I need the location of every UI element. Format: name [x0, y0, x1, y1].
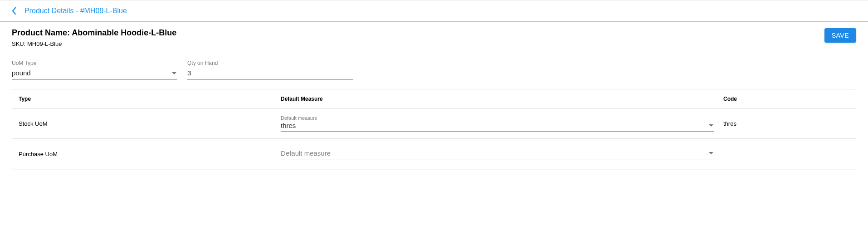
back-icon[interactable] [12, 7, 16, 15]
save-button[interactable]: SAVE [824, 28, 856, 43]
uom-type-label: UoM Type [12, 60, 177, 66]
row-type-label: Purchase UoM [18, 151, 281, 157]
table-header: Type Default Measure Code [12, 89, 856, 109]
qty-on-hand-value: 3 [187, 68, 353, 79]
measure-placeholder: Default measure [281, 149, 709, 157]
uom-table: Type Default Measure Code Stock UoM Defa… [12, 89, 856, 169]
header-measure: Default Measure [281, 96, 723, 102]
chevron-down-icon [172, 72, 176, 74]
page-title[interactable]: Product Details - #MH09-L-Blue [24, 7, 127, 15]
qty-on-hand-label: Qty on Hand [187, 60, 353, 66]
chevron-down-icon [709, 152, 713, 154]
product-sku: SKU: MH09-L-Blue [12, 40, 176, 47]
table-row: Purchase UoM Default measure [12, 139, 856, 169]
stock-uom-measure-select[interactable]: Default measure thres [281, 116, 714, 132]
product-name: Product Name: Abominable Hoodie-L-Blue [12, 28, 176, 38]
row-type-label: Stock UoM [18, 120, 281, 127]
uom-type-field[interactable]: UoM Type pound [12, 60, 177, 80]
row-code: thres [723, 120, 850, 127]
measure-floating-label: Default measure [281, 116, 714, 121]
measure-value: thres [281, 122, 709, 129]
table-row: Stock UoM Default measure thres thres [12, 109, 856, 139]
header-type: Type [18, 96, 281, 102]
header-bar: Product Details - #MH09-L-Blue [0, 0, 868, 22]
purchase-uom-measure-select[interactable]: Default measure [281, 148, 714, 159]
qty-on-hand-field[interactable]: Qty on Hand 3 [187, 60, 353, 80]
chevron-down-icon [709, 124, 713, 127]
uom-type-value: pound [12, 68, 172, 79]
header-code: Code [723, 96, 850, 102]
